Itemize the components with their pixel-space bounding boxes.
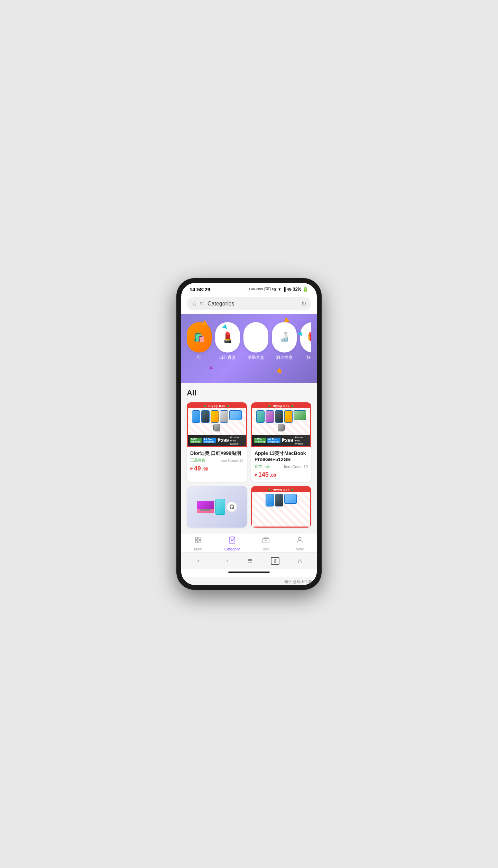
svg-rect-0 <box>195 537 197 539</box>
cat-circle-all[interactable]: 🛍️ <box>187 322 212 353</box>
product-meta-1: 正品保真 Item Count:13 <box>190 458 243 463</box>
badge-free-2: All Free Shipping <box>267 438 281 443</box>
cat-emoji-all: 🛍️ <box>193 331 205 343</box>
category-lucky[interactable]: 🎁 好运盒 <box>300 322 311 360</box>
product-tag-1: 正品保真 <box>190 458 205 463</box>
phone-gold-2 <box>284 410 293 423</box>
nav-category[interactable]: Category <box>215 536 249 551</box>
nav-icon-main <box>194 536 202 546</box>
menu-button[interactable]: ≡ <box>248 556 252 565</box>
product-price-1: ₱ 49 .90 <box>190 465 243 472</box>
watermark-text: 知乎 @码上生花 <box>284 579 312 584</box>
cat-label-wine: 酒道盲盒 <box>276 355 293 360</box>
cat-emoji-lipstick: 💄 <box>221 331 234 343</box>
imac-mini <box>197 501 214 513</box>
product-card-2[interactable]: 🎄 Niyog Box 🎄 100% Winning A <box>251 402 311 482</box>
battery: 32% <box>293 287 301 292</box>
price-banner-1: 100% Winning All Free Shipping ₱299 iPho… <box>188 435 246 446</box>
currency-1: ₱ <box>190 467 193 471</box>
cat-label-all: All <box>197 355 201 359</box>
wifi-icon: ▼ <box>278 287 282 291</box>
deco-triangle-6 <box>276 367 283 373</box>
niyog-text-4: 🎄 Niyog Box 🎄 <box>268 488 294 491</box>
cat-circle-apple[interactable] <box>243 322 268 353</box>
price-num-2: ₱299 <box>282 438 293 443</box>
cat-label-lipstick: 口红盲盒 <box>219 355 236 360</box>
price-num-1: ₱299 <box>218 438 229 443</box>
phone-gold <box>211 410 219 423</box>
nav-label-category: Category <box>224 547 240 551</box>
tabs-button[interactable]: 2 <box>271 557 279 565</box>
nav-label-mine: Mine <box>296 547 304 551</box>
product-card-3[interactable]: 🎧 <box>187 486 247 528</box>
watch-1 <box>213 424 220 431</box>
product-name-2: Apple 13英寸MacBook Pro8GB+512GB <box>255 450 308 463</box>
product-card-4[interactable]: 🎄 Niyog Box 🎄 <box>251 486 311 528</box>
p2 <box>275 494 283 506</box>
cat-emoji-lucky: 🎁 <box>307 332 311 342</box>
browser-nav: ← → ≡ 2 ⌂ <box>181 552 317 569</box>
category-apple[interactable]: 苹果盲盒 <box>243 322 268 360</box>
nav-mine[interactable]: Mine <box>283 536 317 551</box>
cat-emoji-wine: 🍶 <box>279 332 290 342</box>
star-icon: ☆ <box>192 300 197 308</box>
price-label-2: iPhone iPad iWatch <box>295 436 308 445</box>
product-meta-2: 官方正品 Item Count:10 <box>255 464 308 469</box>
refresh-icon[interactable]: ↻ <box>301 300 306 308</box>
status-bar: 14:58:29 1.60 KB/S Vo 4G ▼ ▐ 4G 32% 🔋 <box>181 283 317 294</box>
product-info-2: Apple 13英寸MacBook Pro8GB+512GB 官方正品 Item… <box>251 447 311 482</box>
status-time: 14:58:29 <box>190 286 210 292</box>
product-count-2: Item Count:10 <box>284 465 308 469</box>
price-banner-2: 100% Winning All Free Shipping ₱299 iPho… <box>252 435 310 446</box>
product-price-2: ₱ 145 .00 <box>255 471 308 478</box>
price-big-2: 145 <box>258 471 269 478</box>
products-section: All 🎄 Niyog Box 🎄 <box>181 383 317 533</box>
phone-blue <box>192 410 200 423</box>
badge-free-1: All Free Shipping <box>203 438 216 443</box>
bottom-nav: Main Category <box>181 533 317 552</box>
product-count-1: Item Count:13 <box>220 458 243 463</box>
banner: 🛍️ All 💄 口红盲盒 苹果盲盒 <box>181 314 317 383</box>
badge-100-2: 100% Winning <box>254 438 266 443</box>
category-row: 🛍️ All 💄 口红盲盒 苹果盲盒 <box>187 319 311 360</box>
cat-circle-lucky[interactable]: 🎁 <box>300 322 311 353</box>
category-wine[interactable]: 🍶 酒道盲盒 <box>272 322 297 360</box>
svg-rect-1 <box>199 537 201 539</box>
phone-frame: 14:58:29 1.60 KB/S Vo 4G ▼ ▐ 4G 32% 🔋 ☆ … <box>176 278 322 590</box>
address-bar-inner[interactable]: ☆ 🛡 Categories ↻ <box>187 297 311 310</box>
svg-point-8 <box>298 538 301 540</box>
forward-button[interactable]: → <box>222 556 230 565</box>
cat-circle-lipstick[interactable]: 💄 <box>215 322 240 353</box>
signal-4g-1: 4G <box>272 287 276 291</box>
svg-rect-2 <box>195 541 197 543</box>
niyog-text-2: 🎄 Niyog Box 🎄 <box>268 404 294 408</box>
cat-circle-wine[interactable]: 🍶 <box>272 322 297 353</box>
product-img-2: 🎄 Niyog Box 🎄 100% Winning A <box>251 402 311 447</box>
p1 <box>266 494 274 506</box>
products-grid: 🎄 Niyog Box 🎄 100% Winning A <box>187 402 311 528</box>
home-button[interactable]: ⌂ <box>298 557 302 565</box>
product-info-1: Dior迪奥 口红#999滋润 正品保真 Item Count:13 ₱ 49 … <box>187 447 247 476</box>
category-all[interactable]: 🛍️ All <box>187 322 212 360</box>
niyog-banner-1: 🎄 Niyog Box 🎄 <box>188 403 246 408</box>
home-indicator <box>181 569 317 577</box>
cat-label-apple: 苹果盲盒 <box>248 355 264 360</box>
category-lipstick[interactable]: 💄 口红盲盒 <box>215 322 240 360</box>
phone-dark-2 <box>275 410 283 423</box>
phone-dark <box>201 410 210 423</box>
nav-main[interactable]: Main <box>181 536 215 551</box>
phone-screen: 14:58:29 1.60 KB/S Vo 4G ▼ ▐ 4G 32% 🔋 ☆ … <box>181 283 317 585</box>
back-button[interactable]: ← <box>196 556 204 565</box>
tablet-1 <box>229 410 242 420</box>
niyog-text-1: 🎄 Niyog Box 🎄 <box>203 404 230 408</box>
niyog-banner-4: 🎄 Niyog Box 🎄 <box>252 487 310 492</box>
airpods-mini: 🎧 <box>227 502 237 512</box>
price-label-1: iPhone iPad iWatch <box>230 436 244 445</box>
badge-100-1: 100% Winning <box>190 438 202 443</box>
nav-box[interactable]: Box <box>249 536 283 551</box>
watch-2 <box>278 424 285 431</box>
deco-triangle-5 <box>209 365 213 369</box>
section-title: All <box>187 389 311 398</box>
product-card-1[interactable]: 🎄 Niyog Box 🎄 100% Winning A <box>187 402 247 482</box>
battery-icon: 🔋 <box>303 286 308 292</box>
